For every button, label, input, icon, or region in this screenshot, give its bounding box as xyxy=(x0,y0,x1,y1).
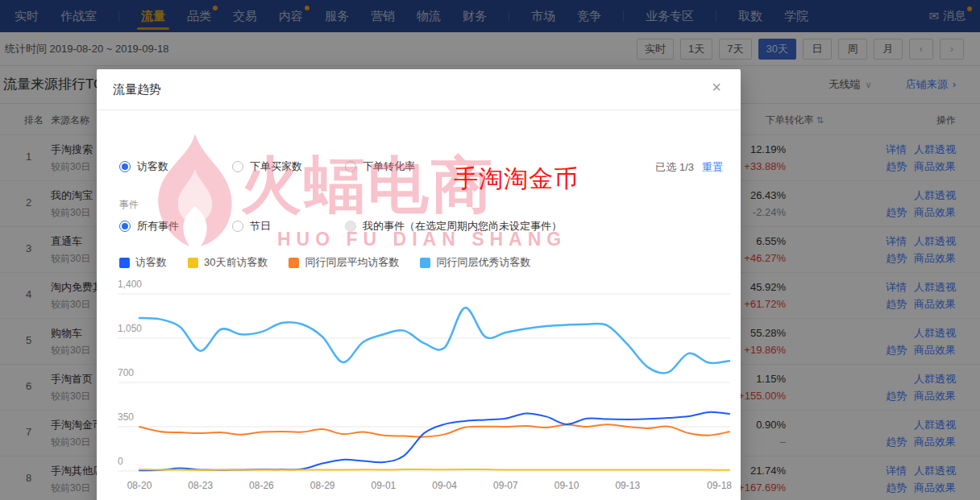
legend-item-访客数[interactable]: 访客数 xyxy=(119,255,167,270)
legend-swatch xyxy=(289,258,299,268)
event-radio-我的事件（在选定周期内您尚未设定事件）[interactable]: 我的事件（在选定周期内您尚未设定事件） xyxy=(345,219,562,233)
event-radio-节日[interactable]: 节日 xyxy=(232,219,345,233)
legend-swatch xyxy=(119,258,130,268)
event-section-label: 事件 xyxy=(119,198,139,212)
x-tick-label: 08-23 xyxy=(188,480,213,491)
x-tick-label: 08-26 xyxy=(249,480,274,491)
trend-chart: 03507001,0501,40008-2008-2308-2608-2909-… xyxy=(113,278,733,495)
series-line-访客数 xyxy=(139,412,729,470)
legend-label: 同行同层平均访客数 xyxy=(305,255,399,270)
chart-legend: 访客数30天前访客数同行同层平均访客数同行同层优秀访客数 xyxy=(119,255,551,270)
radio-icon xyxy=(232,221,243,232)
radio-icon xyxy=(345,221,356,232)
y-tick-label: 0 xyxy=(118,456,123,467)
legend-swatch xyxy=(188,258,198,268)
legend-item-同行同层平均访客数[interactable]: 同行同层平均访客数 xyxy=(289,255,399,270)
metric-radio-下单买家数[interactable]: 下单买家数 xyxy=(232,159,345,174)
x-tick-label: 08-20 xyxy=(127,480,152,491)
legend-item-同行同层优秀访客数[interactable]: 同行同层优秀访客数 xyxy=(420,255,530,270)
x-tick-label: 08-29 xyxy=(310,480,335,491)
selection-info: 已选 1/3重置 xyxy=(655,160,723,175)
x-tick-label: 09-18 xyxy=(707,480,732,491)
event-radio-group: 所有事件节日我的事件（在选定周期内您尚未设定事件） xyxy=(119,219,562,233)
metric-radio-group: 访客数下单买家数下单转化率 xyxy=(119,159,415,174)
traffic-trend-modal: 流量趋势 × 访客数下单买家数下单转化率 已选 1/3重置 事件 所有事件节日我… xyxy=(97,69,741,500)
x-tick-label: 09-13 xyxy=(615,480,640,491)
x-tick-label: 09-07 xyxy=(493,480,518,491)
radio-icon xyxy=(119,221,131,232)
radio-icon xyxy=(119,161,131,172)
series-line-30天前访客数 xyxy=(139,469,729,470)
legend-label: 30天前访客数 xyxy=(204,255,268,270)
event-radio-所有事件[interactable]: 所有事件 xyxy=(119,219,232,233)
y-tick-label: 350 xyxy=(118,411,134,423)
legend-swatch xyxy=(420,258,430,268)
close-icon[interactable]: × xyxy=(712,79,721,95)
reset-button[interactable]: 重置 xyxy=(702,161,723,173)
x-tick-label: 09-01 xyxy=(372,480,397,491)
legend-label: 访客数 xyxy=(135,255,167,270)
chart-area[interactable]: 03507001,0501,40008-2008-2308-2608-2909-… xyxy=(113,278,733,498)
x-tick-label: 09-10 xyxy=(554,480,579,491)
y-tick-label: 1,400 xyxy=(118,279,142,290)
chart-annotation: 手淘淘金币 xyxy=(454,163,579,196)
modal-title: 流量趋势 xyxy=(113,82,161,97)
modal-header: 流量趋势 × xyxy=(97,69,741,110)
radio-icon xyxy=(345,161,356,172)
selected-count: 已选 1/3 xyxy=(655,161,694,173)
radio-icon xyxy=(232,161,243,172)
legend-item-30天前访客数[interactable]: 30天前访客数 xyxy=(188,255,268,270)
legend-label: 同行同层优秀访客数 xyxy=(436,255,530,270)
metric-radio-下单转化率[interactable]: 下单转化率 xyxy=(345,159,415,174)
x-tick-label: 09-04 xyxy=(432,480,457,491)
y-tick-label: 1,050 xyxy=(118,323,142,334)
series-line-同行同层优秀访客数 xyxy=(139,308,729,373)
metric-radio-访客数[interactable]: 访客数 xyxy=(119,159,232,174)
y-tick-label: 700 xyxy=(118,367,134,378)
